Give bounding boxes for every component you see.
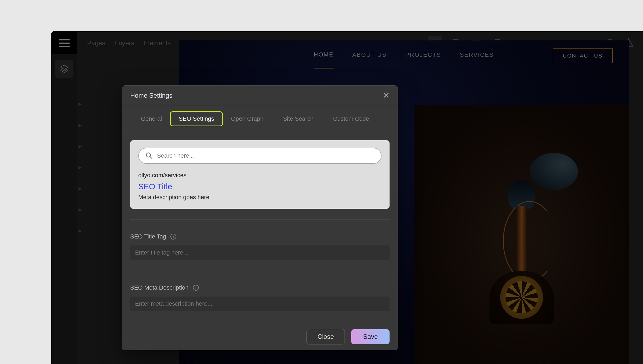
preview-description: Meta description goes here (138, 194, 382, 201)
tab-open-graph[interactable]: Open Graph (223, 112, 271, 126)
search-mock-input[interactable] (157, 152, 374, 159)
save-button[interactable]: Save (351, 329, 390, 344)
modal-footer: Close Save (122, 323, 398, 350)
info-icon[interactable]: i (193, 285, 199, 291)
tab-site-search[interactable]: Site Search (275, 112, 322, 126)
search-mock (138, 148, 382, 164)
modal-header: Home Settings ✕ (122, 86, 398, 105)
tab-custom-code[interactable]: Custom Code (325, 112, 377, 126)
seo-meta-input[interactable] (130, 297, 390, 311)
seo-title-input[interactable] (130, 245, 390, 260)
app-frame: Pages Layers Elements Media 1600 px (51, 31, 643, 364)
close-icon[interactable]: ✕ (383, 91, 390, 100)
tab-seo-settings[interactable]: SEO Settings (170, 111, 223, 126)
tab-general[interactable]: General (133, 112, 170, 126)
search-preview-card: ollyo.com/services SEO Title Meta descri… (130, 140, 390, 209)
settings-modal: Home Settings ✕ General SEO Settings Ope… (122, 85, 398, 350)
seo-title-label: SEO Title Tag i (130, 233, 390, 240)
modal-title: Home Settings (130, 92, 172, 99)
seo-meta-label: SEO Meta Description i (130, 284, 390, 291)
svg-point-10 (146, 153, 151, 157)
svg-line-11 (150, 157, 152, 159)
divider (273, 114, 273, 123)
close-button[interactable]: Close (306, 329, 345, 344)
preview-url: ollyo.com/services (138, 172, 382, 179)
search-icon (146, 152, 153, 159)
divider (323, 114, 323, 123)
preview-title: SEO Title (138, 182, 382, 191)
modal-tabs: General SEO Settings Open Graph Site Sea… (122, 105, 398, 132)
modal-body: ollyo.com/services SEO Title Meta descri… (122, 132, 398, 323)
info-icon[interactable]: i (170, 234, 176, 240)
